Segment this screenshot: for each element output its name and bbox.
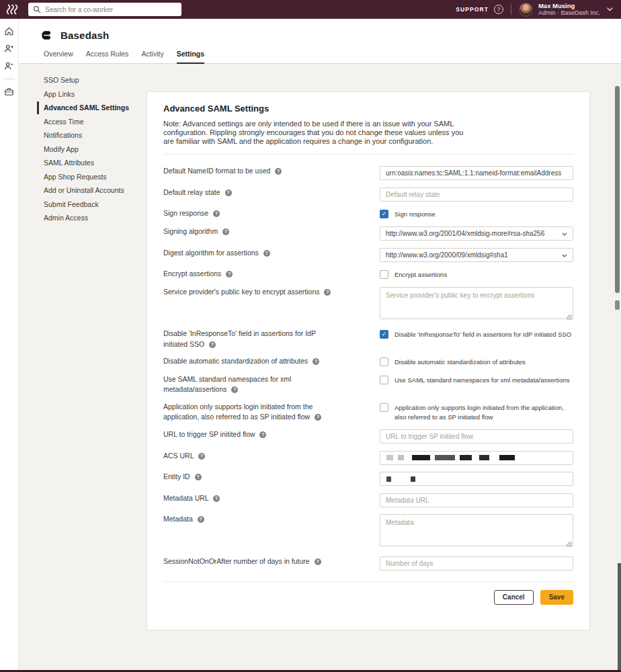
checkbox-checked[interactable]: ✓ (380, 330, 388, 339)
resize-grip-icon[interactable] (567, 314, 572, 320)
scrollbar-thumb[interactable] (615, 86, 620, 293)
redacted-block (411, 476, 415, 482)
checkbox-checked[interactable]: ✓ (380, 210, 388, 218)
form-fields: Default NameID format to be used ?Defaul… (163, 166, 583, 570)
save-button[interactable]: Save (540, 590, 573, 605)
support-link[interactable]: SUPPORT (456, 6, 489, 13)
chevron-down-icon[interactable] (607, 7, 613, 11)
add-user-icon[interactable] (4, 44, 14, 54)
rippling-logo-icon[interactable] (6, 4, 19, 15)
field-row-sign-response: Sign response ?✓Sign response (163, 208, 583, 219)
selected-value: http://www.w3.org/2000/09/xmldsig#sha1 (386, 251, 508, 259)
scrollbar-thumb[interactable] (618, 563, 621, 670)
default-nameid-format-to-be-used-input[interactable] (380, 166, 573, 180)
acs-url-input[interactable] (380, 451, 573, 465)
briefcase-icon[interactable] (4, 87, 14, 97)
help-icon[interactable]: ? (231, 386, 238, 393)
help-icon[interactable]: ? (225, 190, 232, 196)
chevron-down-icon (562, 251, 567, 259)
disable-inresponseto-field-in-assertions-checkbox-row[interactable]: ✓Disable 'InResponseTo' field in asserti… (380, 329, 573, 339)
panel-note: Note: Advanced settings are only intende… (163, 120, 464, 145)
help-icon[interactable]: ? (226, 271, 233, 278)
entity-id-input[interactable] (380, 472, 573, 486)
field-control (380, 472, 573, 486)
sign-response-checkbox-row[interactable]: ✓Sign response (380, 208, 573, 219)
field-control (380, 556, 573, 571)
help-icon[interactable]: ? (198, 516, 204, 523)
help-icon[interactable]: ? (315, 558, 321, 565)
field-label: Metadata URL ? (163, 493, 333, 507)
tab-activity[interactable]: Activity (141, 50, 163, 64)
checkbox[interactable] (380, 376, 388, 384)
field-control: http://www.w3.org/2001/04/xmldsig-more#r… (380, 226, 573, 241)
help-icon[interactable]: ? (313, 358, 319, 365)
search-input[interactable] (45, 6, 177, 13)
sidebar-item-modify-app[interactable]: Modify App (19, 142, 148, 157)
scrollbar-thumb[interactable] (615, 300, 620, 310)
url-to-trigger-sp-initited-flow-input[interactable] (380, 429, 573, 444)
checkbox[interactable] (380, 403, 388, 412)
help-icon[interactable]: ? (209, 341, 216, 348)
field-control (380, 493, 573, 507)
field-row-encrypt-assertions: Encrypt assertions ?Encrypt assertions (163, 269, 583, 280)
field-label: Digest algorithm for assertions ? (163, 248, 333, 262)
default-relay-state-input[interactable] (380, 187, 573, 202)
help-icon[interactable]: ? (213, 495, 220, 502)
user-role: Admin · BaseDash Inc. (538, 9, 600, 17)
help-icon[interactable]: ? (222, 228, 229, 235)
application-only-supports-login-initiate-checkbox-row[interactable]: Application only supports login initiate… (380, 402, 573, 423)
user-menu[interactable]: Max Musing Admin · BaseDash Inc. (538, 2, 600, 17)
tab-overview[interactable]: Overview (44, 50, 73, 64)
field-label: Signing algorithm ? (163, 226, 333, 241)
metadata-textarea[interactable] (380, 514, 573, 546)
sidebar-item-submit-feedback[interactable]: Submit Feedback (19, 198, 148, 212)
tab-access-rules[interactable]: Access Rules (86, 50, 129, 64)
textarea-wrap (380, 514, 573, 549)
encrypt-assertions-checkbox-row[interactable]: Encrypt assertions (380, 269, 573, 280)
sidebar-item-app-links[interactable]: App Links (19, 87, 148, 101)
sessionnotonorafter-number-of-days-in-fu-input[interactable] (380, 556, 573, 571)
sidebar-item-advanced-saml-settings[interactable]: Advanced SAML Settings (19, 101, 148, 115)
sidebar-item-admin-access[interactable]: Admin Access (19, 211, 148, 225)
use-saml-standard-namespaces-for-xml-met-checkbox-row[interactable]: Use SAML standard namespaces for xml met… (380, 374, 573, 385)
field-row-service-provider-s-public-key-to-encrypt: Service provider's public key to encrypt… (163, 287, 583, 322)
redacted-block (499, 455, 515, 460)
remove-user-icon[interactable] (4, 61, 14, 71)
avatar[interactable] (519, 3, 533, 17)
help-icon[interactable]: ? (275, 168, 282, 175)
help-icon[interactable]: ? (324, 289, 331, 296)
chevron-down-icon (562, 230, 567, 237)
global-search[interactable] (28, 3, 181, 16)
sidebar-item-access-time[interactable]: Access Time (19, 115, 148, 129)
home-icon[interactable] (4, 26, 14, 36)
tab-settings[interactable]: Settings (177, 50, 204, 64)
help-icon[interactable]: ? (213, 210, 220, 217)
resize-grip-icon[interactable] (567, 542, 572, 547)
selected-value: http://www.w3.org/2001/04/xmldsig-more#r… (386, 230, 544, 237)
help-icon[interactable]: ? (195, 474, 202, 480)
help-icon[interactable]: ? (263, 250, 270, 257)
field-label: Entity ID ? (163, 472, 333, 486)
digest-algorithm-for-assertions-select[interactable]: http://www.w3.org/2000/09/xmldsig#sha1 (380, 248, 573, 262)
field-label: Encrypt assertions ? (163, 269, 333, 280)
sidebar-item-saml-attributes[interactable]: SAML Attributes (19, 156, 148, 170)
sidebar-item-add-or-uninstall-accounts[interactable]: Add or Uninstall Accounts (19, 183, 148, 198)
field-label: Sign response ? (163, 208, 333, 219)
cancel-button[interactable]: Cancel (494, 590, 534, 605)
disable-automatic-standardization-of-att-checkbox-row[interactable]: Disable automatic standardization of att… (380, 356, 573, 367)
sidebar-item-sso-setup[interactable]: SSO Setup (19, 73, 148, 87)
help-icon[interactable]: ? (259, 431, 266, 438)
metadata-url-input[interactable] (380, 493, 573, 507)
redacted-block (386, 476, 391, 482)
sidebar-item-app-shop-requests[interactable]: App Shop Requests (19, 170, 148, 184)
help-icon[interactable]: ? (198, 453, 205, 460)
checkbox[interactable] (380, 270, 388, 279)
checkbox[interactable] (380, 358, 388, 366)
textarea-wrap (380, 287, 573, 322)
sidebar-item-notifications[interactable]: Notifications (19, 128, 148, 142)
help-circle-icon[interactable]: ? (494, 5, 503, 14)
signing-algorithm-select[interactable]: http://www.w3.org/2001/04/xmldsig-more#r… (380, 226, 573, 241)
service-provider-s-public-key-to-encrypt-textarea[interactable] (380, 287, 573, 319)
help-icon[interactable]: ? (315, 414, 321, 421)
field-row-metadata: Metadata ? (163, 514, 583, 549)
